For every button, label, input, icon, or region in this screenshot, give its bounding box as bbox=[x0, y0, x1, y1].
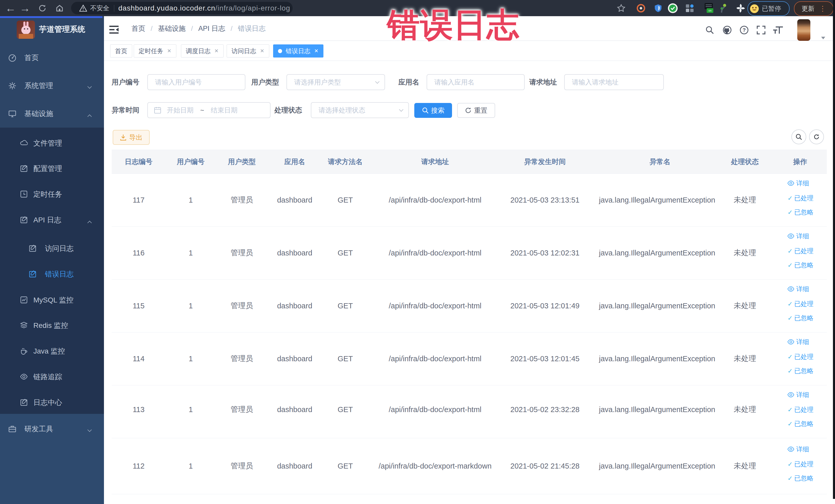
svg-text:?: ? bbox=[742, 27, 746, 33]
svg-text:on: on bbox=[709, 9, 712, 12]
